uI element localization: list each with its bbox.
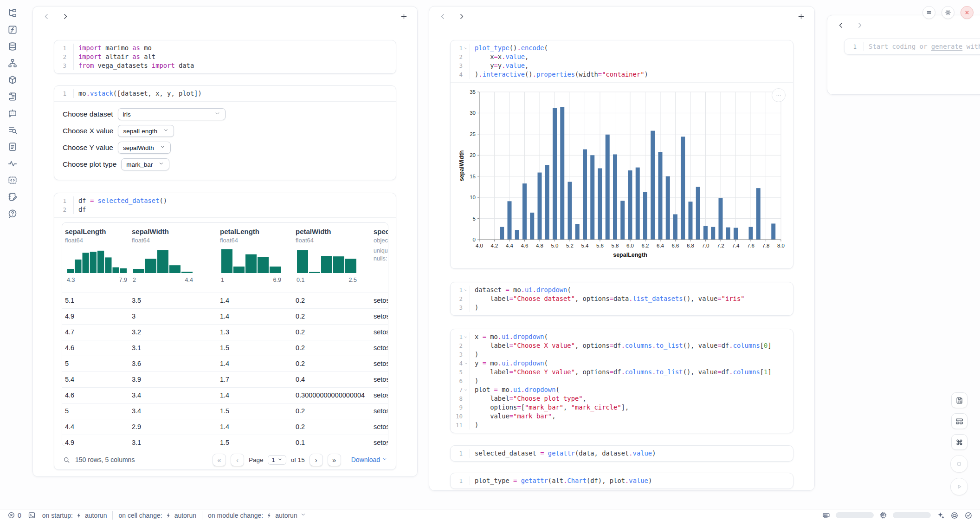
sidebar-panel-outline[interactable] <box>6 157 19 170</box>
sidebar-panel-documentation[interactable] <box>6 140 19 153</box>
runtime-config-2[interactable]: on module change:autorun <box>208 512 306 519</box>
table-row[interactable]: 53.61.40.2setos <box>62 356 388 371</box>
runtime-config-1[interactable]: on cell change:autorun <box>118 512 196 519</box>
errors-button[interactable]: 0 <box>7 511 21 519</box>
gutter: 3 <box>451 61 470 70</box>
save-icon <box>955 396 964 405</box>
sidebar-panel-functions[interactable] <box>6 23 19 36</box>
code-editor[interactable]: 1plot_type = getattr(alt.Chart(df), plot… <box>451 473 793 488</box>
column-header-sepalLength[interactable]: sepalLengthfloat64 <box>65 228 106 244</box>
column-header-petalLength[interactable]: petalLengthfloat64 <box>220 228 259 244</box>
dropdown-choose-x-value[interactable]: sepalLength <box>118 125 174 137</box>
bar <box>643 192 647 240</box>
sidebar-panel-logs[interactable] <box>6 90 19 103</box>
sidebar-panel-dependency-graph[interactable] <box>6 57 19 70</box>
ram-usage-meter <box>836 512 874 518</box>
notebook-column-middle: 1plot_type().encode(2 x=x.value,3 y=y.va… <box>429 6 815 491</box>
column-next-button[interactable] <box>853 19 865 31</box>
sidebar-panel-chat[interactable] <box>6 107 19 120</box>
column-next-button[interactable] <box>59 10 71 22</box>
table-row[interactable]: 5.43.91.70.4setos <box>62 371 388 387</box>
sidebar-panel-scratchpad[interactable] <box>6 190 19 203</box>
dropdown-choose-plot-type[interactable]: mark_bar <box>121 158 169 170</box>
table-row[interactable]: 4.63.41.40.30000000000000004setos <box>62 387 388 403</box>
code-editor[interactable]: 1import marimo as mo2import altair as al… <box>54 40 396 73</box>
menu-button[interactable] <box>922 6 935 19</box>
sidebar-panel-snippets[interactable] <box>6 174 19 187</box>
code-editor[interactable]: 1selected_dataset = getattr(data, datase… <box>451 446 793 461</box>
ai-assist-button[interactable] <box>936 511 945 520</box>
add-cell-button[interactable] <box>398 10 410 22</box>
table-search-button[interactable] <box>63 456 71 464</box>
fold-toggle-icon[interactable] <box>463 288 469 293</box>
code-editor[interactable]: 1dataset = mo.ui.dropdown(2 label="Choos… <box>451 282 793 315</box>
column-prev-button[interactable] <box>835 19 847 31</box>
page-select[interactable]: 1 <box>268 455 286 465</box>
fold-toggle-icon[interactable] <box>463 388 469 392</box>
close-button[interactable] <box>961 6 974 19</box>
bar <box>620 201 625 240</box>
table-row[interactable]: 4.63.11.50.2setos <box>62 340 388 356</box>
code-editor[interactable]: 1x = mo.ui.dropdown(2 label="Choose X va… <box>451 329 793 433</box>
runtime-config-0[interactable]: on startup:autorun <box>42 512 107 519</box>
first-page-button[interactable]: « <box>213 454 226 466</box>
fold-toggle-icon[interactable] <box>463 46 469 51</box>
fold-toggle-icon[interactable] <box>463 361 469 366</box>
dropdown-choose-dataset[interactable]: iris <box>118 108 226 120</box>
copilot-button[interactable] <box>950 511 959 520</box>
code-editor[interactable]: 1mo.vstack([dataset, x, y, plot]) <box>54 86 396 101</box>
range-max: 7.9 <box>119 277 127 283</box>
code-line: 11) <box>451 421 793 430</box>
column-next-button[interactable] <box>455 10 467 22</box>
generate-with-ai-link[interactable]: generate <box>931 43 962 50</box>
gutter: 11 <box>451 421 470 430</box>
table-row[interactable]: 4.42.91.40.2setos <box>62 419 388 435</box>
sidebar-panel-help[interactable] <box>6 207 19 220</box>
code-editor[interactable]: 1 Start coding or generate with <box>845 39 980 54</box>
table-cell: setos <box>374 419 388 435</box>
column-toolbar-middle <box>429 7 814 26</box>
table-row[interactable]: 4.93.11.50.1setos <box>62 435 388 446</box>
fold-toggle-icon[interactable] <box>463 335 469 339</box>
column-header-speci[interactable]: speciobjecuniqunulls: <box>374 228 388 263</box>
save-button[interactable] <box>951 392 967 408</box>
column-prev-button[interactable] <box>40 10 52 22</box>
sidebar-panel-datasources[interactable] <box>6 40 19 53</box>
sidebar-panel-packages[interactable] <box>6 73 19 86</box>
code-editor[interactable]: 1plot_type().encode(2 x=x.value,3 y=y.va… <box>451 40 793 82</box>
next-page-button[interactable]: › <box>309 454 323 466</box>
last-page-button[interactable]: » <box>328 454 341 466</box>
ram-icon <box>822 511 830 519</box>
connection-status-button[interactable] <box>964 511 973 520</box>
layout-button[interactable] <box>951 413 967 429</box>
layout-icon <box>955 417 964 426</box>
terminal-button[interactable] <box>28 511 36 519</box>
table-summary: 150 rows, 5 columns <box>75 456 135 463</box>
table-cell: 3.1 <box>132 340 141 356</box>
code-editor[interactable]: 1df = selected_dataset()2df <box>54 193 396 217</box>
add-cell-button[interactable] <box>795 10 807 22</box>
settings-button[interactable] <box>941 6 954 19</box>
prev-page-button[interactable]: ‹ <box>231 454 244 466</box>
runtime-config-label: on startup: <box>42 512 73 519</box>
table-row[interactable]: 4.931.40.2setos <box>62 308 388 324</box>
command-button[interactable] <box>951 434 967 450</box>
table-row[interactable]: 4.73.21.30.2setos <box>62 324 388 340</box>
bar <box>568 182 572 240</box>
line-number: 3 <box>451 61 463 70</box>
sidebar-panel-file-tree[interactable] <box>6 7 19 20</box>
code-line: 1plot_type().encode( <box>451 44 793 52</box>
column-header-sepalWidth[interactable]: sepalWidthfloat64 <box>132 228 169 244</box>
table-row[interactable]: 5.13.51.40.2setos <box>62 293 388 308</box>
dropdown-choose-y-value[interactable]: sepalWidth <box>118 142 171 154</box>
sidebar-panel-tracebacks[interactable] <box>6 124 19 137</box>
stop-button[interactable] <box>950 455 968 473</box>
download-button[interactable]: Download <box>351 456 387 463</box>
run-button[interactable] <box>950 478 968 495</box>
column-header-petalWidth[interactable]: petalWidthfloat64 <box>296 228 331 244</box>
column-prev-button[interactable] <box>437 10 449 22</box>
chart-actions-button[interactable] <box>772 88 786 102</box>
table-row[interactable]: 53.41.50.2setos <box>62 403 388 419</box>
page-of-label: of 15 <box>291 456 305 463</box>
bar <box>666 176 670 240</box>
